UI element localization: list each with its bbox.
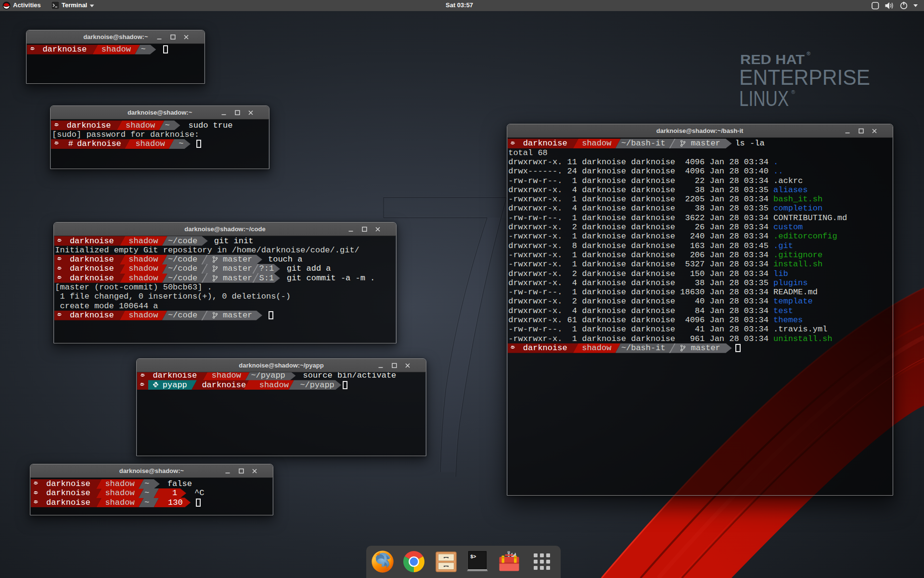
svg-text:LINUX: LINUX	[739, 87, 789, 110]
svg-text:$>: $>	[470, 554, 476, 560]
svg-text:®: ®	[807, 51, 810, 56]
svg-text:®: ®	[791, 89, 795, 95]
svg-text:ENTERPRISE: ENTERPRISE	[739, 66, 870, 89]
svg-text:RED HAT: RED HAT	[740, 52, 805, 67]
